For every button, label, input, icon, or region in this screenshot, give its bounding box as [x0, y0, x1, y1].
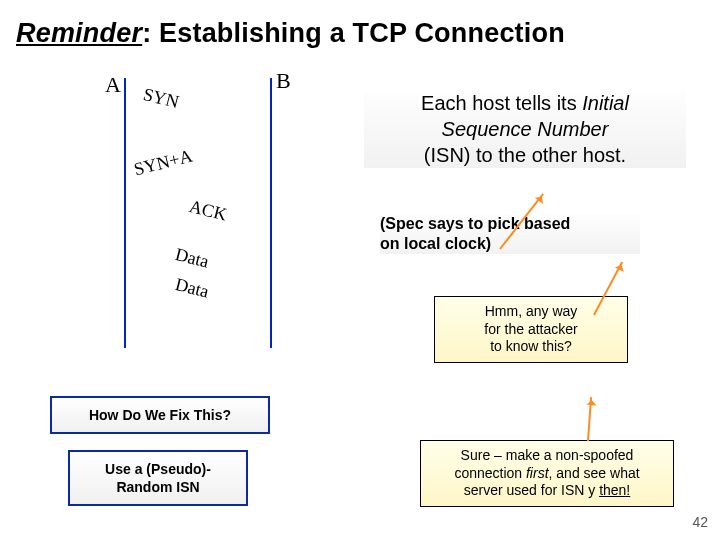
msg-ack: ACK	[187, 196, 229, 226]
title-rest: : Establishing a TCP Connection	[142, 18, 565, 48]
msg-data-2: Data	[173, 274, 211, 303]
c2-l1: Sure – make a non-spoofed	[461, 447, 634, 463]
answer-line2: Random ISN	[116, 479, 199, 495]
spec-line2: on local clock)	[380, 235, 491, 252]
c2-l2a: connection	[454, 465, 526, 481]
page-number: 42	[692, 514, 708, 530]
question-box: How Do We Fix This?	[50, 396, 270, 434]
isn-line1a: Each host tells its	[421, 92, 582, 114]
title-reminder: Reminder	[16, 18, 142, 48]
timeline-b	[270, 78, 272, 348]
c2-l3a: server used for ISN y	[464, 482, 599, 498]
c2-l2b: , and see what	[549, 465, 640, 481]
c1-line2: for the attacker	[484, 321, 577, 337]
question-text: How Do We Fix This?	[89, 407, 231, 423]
host-a-label: A	[105, 72, 121, 98]
host-b-label: B	[276, 68, 291, 94]
isn-explanation: Each host tells its Initial Sequence Num…	[364, 90, 686, 168]
msg-data-1: Data	[173, 244, 211, 273]
answer-box: Use a (Pseudo)- Random ISN	[68, 450, 248, 506]
isn-line2: Sequence Number	[442, 118, 609, 140]
c2-first: first	[526, 465, 549, 481]
isn-line1b: Initial	[582, 92, 629, 114]
msg-syn-ack: SYN+A	[132, 146, 194, 181]
c2-then: then!	[599, 482, 630, 498]
spec-line1: (Spec says to pick based	[380, 215, 570, 232]
timeline-a	[124, 78, 126, 348]
c1-line1: Hmm, any way	[485, 303, 578, 319]
arrow-icon	[587, 397, 592, 441]
isn-line3: (ISN) to the other host.	[424, 144, 626, 166]
c1-line3: to know this?	[490, 338, 572, 354]
answer-line1: Use a (Pseudo)-	[105, 461, 211, 477]
callout-answer: Sure – make a non-spoofed connection fir…	[420, 440, 674, 507]
msg-syn: SYN	[141, 84, 181, 113]
slide-title: Reminder: Establishing a TCP Connection	[16, 18, 565, 49]
